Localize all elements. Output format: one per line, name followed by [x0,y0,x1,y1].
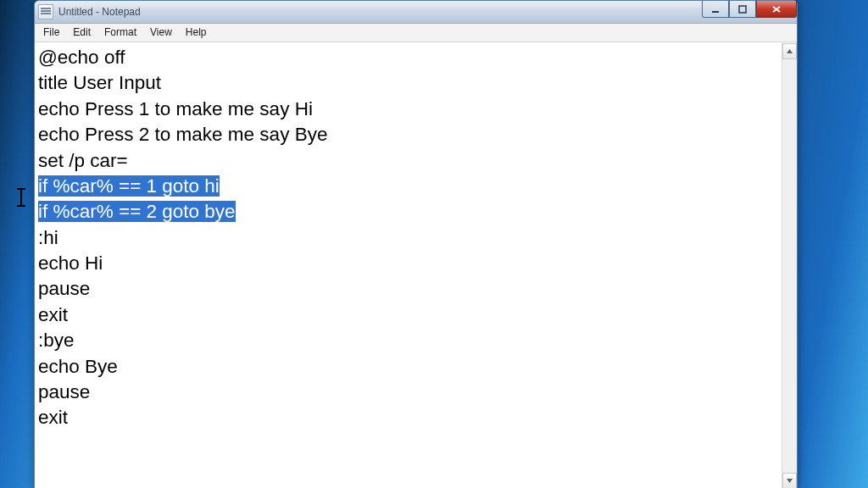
close-button[interactable] [756,1,797,18]
svg-rect-1 [739,6,746,13]
menu-help[interactable]: Help [179,24,214,42]
menu-view[interactable]: View [143,24,179,42]
chevron-up-icon [786,47,793,55]
selected-text[interactable]: if %car% == 2 goto bye [38,201,236,222]
chevron-down-icon [786,477,793,485]
editor-line[interactable]: exit [38,405,782,430]
scroll-down-button[interactable] [782,473,797,488]
scroll-up-button[interactable] [782,43,797,59]
editor-line[interactable]: set /p car= [38,148,782,174]
editor-line[interactable]: pause [38,380,782,405]
desktop-background: Untitled - Notepad File Edit Form [0,0,868,488]
menu-file[interactable]: File [36,24,66,42]
notepad-window: Untitled - Notepad File Edit Form [34,0,798,488]
selected-text[interactable]: if %car% == 1 goto hi [38,175,220,197]
editor-line[interactable]: title User Input [38,70,782,96]
close-icon [771,5,782,14]
editor-line[interactable]: if %car% == 1 goto hi [38,174,782,199]
menu-bar: File Edit Format View Help [35,24,797,42]
editor-line[interactable]: :hi [38,225,782,251]
minimize-button[interactable] [702,1,729,18]
maximize-icon [738,5,747,14]
editor-line[interactable]: if %car% == 2 goto bye [38,199,782,225]
editor-line[interactable]: @echo off [38,45,782,70]
vertical-scrollbar[interactable] [782,43,797,488]
svg-rect-0 [712,11,719,13]
editor-line[interactable]: :bye [38,328,782,353]
window-title: Untitled - Notepad [58,6,141,18]
titlebar[interactable]: Untitled - Notepad [35,1,797,24]
scroll-track[interactable] [782,59,797,473]
maximize-button[interactable] [729,1,756,18]
editor-line[interactable]: echo Press 2 to make me say Bye [38,122,782,147]
minimize-icon [711,5,720,14]
menu-format[interactable]: Format [97,24,143,42]
editor-line[interactable]: echo Bye [38,354,782,380]
editor-line[interactable]: echo Hi [38,251,782,276]
menu-edit[interactable]: Edit [66,24,97,42]
window-controls [702,1,797,17]
notepad-icon [38,4,53,19]
editor-line[interactable]: exit [38,302,782,328]
svg-marker-4 [787,49,793,53]
editor-line[interactable]: echo Press 1 to make me say Hi [38,97,782,122]
text-editor[interactable]: @echo offtitle User Inputecho Press 1 to… [35,43,782,488]
client-area: @echo offtitle User Inputecho Press 1 to… [35,42,797,488]
editor-line[interactable]: pause [38,276,782,302]
svg-marker-5 [787,479,793,483]
text-cursor-ibeam [17,188,25,207]
